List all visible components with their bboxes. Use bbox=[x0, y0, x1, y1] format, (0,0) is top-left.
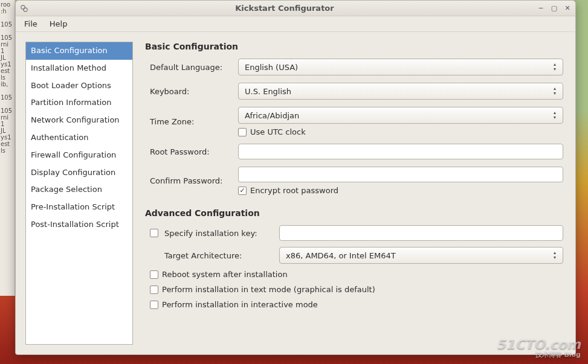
svg-point-1 bbox=[24, 7, 27, 11]
menu-help[interactable]: Help bbox=[45, 18, 73, 30]
basic-config-heading: Basic Configuration bbox=[145, 42, 563, 51]
root-password-label: Root Password: bbox=[150, 147, 234, 156]
basic-form: Default Language: English (USA) ▴▾ Keybo… bbox=[145, 59, 563, 195]
sidebar-item-boot-loader-options[interactable]: Boot Loader Options bbox=[26, 77, 132, 95]
sidebar-item-authentication[interactable]: Authentication bbox=[26, 129, 132, 147]
timezone-combo[interactable]: Africa/Abidjan ▴▾ bbox=[238, 107, 563, 124]
advanced-section: Advanced Configuration Specify installat… bbox=[145, 208, 563, 309]
encrypt-label: Encrypt root password bbox=[250, 186, 338, 195]
window-body: Basic ConfigurationInstallation MethodBo… bbox=[16, 32, 575, 354]
default-language-combo[interactable]: English (USA) ▴▾ bbox=[238, 59, 563, 75]
sidebar-item-installation-method[interactable]: Installation Method bbox=[26, 60, 132, 77]
reboot-label: Reboot system after installation bbox=[162, 270, 288, 279]
timezone-label: Time Zone: bbox=[150, 117, 234, 126]
utc-checkbox[interactable] bbox=[238, 128, 247, 136]
specify-key-checkbox[interactable] bbox=[150, 229, 158, 237]
chevron-updown-icon: ▴▾ bbox=[549, 109, 560, 122]
maximize-button[interactable]: ▢ bbox=[550, 4, 558, 13]
specify-key-label: Specify installation key: bbox=[164, 229, 273, 238]
svg-point-0 bbox=[21, 5, 25, 8]
target-arch-label: Target Architecture: bbox=[164, 251, 273, 260]
menu-file[interactable]: File bbox=[19, 18, 42, 30]
sidebar-item-network-configuration[interactable]: Network Configuration bbox=[26, 112, 132, 129]
sidebar-item-basic-configuration[interactable]: Basic Configuration bbox=[26, 42, 132, 60]
default-language-label: Default Language: bbox=[150, 63, 234, 72]
titlebar: Kickstart Configurator ─ ▢ ✕ bbox=[16, 1, 575, 16]
advanced-config-heading: Advanced Configuration bbox=[145, 208, 563, 218]
keyboard-label: Keyboard: bbox=[150, 87, 234, 96]
sidebar-item-firewall-configuration[interactable]: Firewall Configuration bbox=[26, 147, 132, 164]
main-panel: Basic Configuration Default Language: En… bbox=[145, 42, 566, 345]
utc-label: Use UTC clock bbox=[250, 127, 306, 136]
sidebar-item-partition-information[interactable]: Partition Information bbox=[26, 94, 132, 112]
confirm-password-input[interactable] bbox=[238, 167, 563, 182]
keyboard-value: U.S. English bbox=[245, 87, 291, 96]
target-arch-combo[interactable]: x86, AMD64, or Intel EM64T ▴▾ bbox=[279, 247, 563, 264]
background-terminal-strip: roo :h 105 105 rni 1 JL ys1 est ls ib, 1… bbox=[0, 0, 15, 296]
confirm-password-label: Confirm Password: bbox=[150, 176, 234, 185]
close-button[interactable]: ✕ bbox=[563, 4, 572, 13]
sidebar-item-package-selection[interactable]: Package Selection bbox=[26, 181, 132, 199]
interactive-checkbox[interactable] bbox=[150, 301, 158, 309]
textmode-label: Perform installation in text mode (graph… bbox=[162, 285, 375, 294]
specify-key-input[interactable] bbox=[279, 225, 563, 241]
app-icon bbox=[19, 4, 29, 13]
timezone-value: Africa/Abidjan bbox=[245, 111, 299, 120]
keyboard-combo[interactable]: U.S. English ▴▾ bbox=[238, 83, 563, 100]
chevron-updown-icon: ▴▾ bbox=[549, 85, 560, 98]
minimize-button[interactable]: ─ bbox=[537, 4, 545, 13]
default-language-value: English (USA) bbox=[245, 63, 298, 72]
interactive-label: Perform installation in interactive mode bbox=[162, 300, 318, 309]
target-arch-value: x86, AMD64, or Intel EM64T bbox=[286, 251, 396, 260]
sidebar: Basic ConfigurationInstallation MethodBo… bbox=[25, 42, 133, 345]
sidebar-item-pre-installation-script[interactable]: Pre-Installation Script bbox=[26, 199, 132, 216]
textmode-checkbox[interactable] bbox=[150, 286, 158, 294]
configurator-window: Kickstart Configurator ─ ▢ ✕ File Help B… bbox=[15, 0, 576, 355]
menubar: File Help bbox=[16, 16, 575, 32]
sidebar-item-post-installation-script[interactable]: Post-Installation Script bbox=[26, 216, 132, 234]
root-password-input[interactable] bbox=[238, 144, 563, 159]
reboot-checkbox[interactable] bbox=[150, 270, 158, 279]
encrypt-checkbox[interactable] bbox=[238, 187, 247, 195]
window-title: Kickstart Configurator bbox=[33, 4, 537, 13]
chevron-updown-icon: ▴▾ bbox=[549, 60, 560, 74]
chevron-updown-icon: ▴▾ bbox=[549, 249, 560, 262]
window-controls: ─ ▢ ✕ bbox=[537, 4, 572, 13]
sidebar-item-display-configuration[interactable]: Display Configuration bbox=[26, 164, 132, 182]
